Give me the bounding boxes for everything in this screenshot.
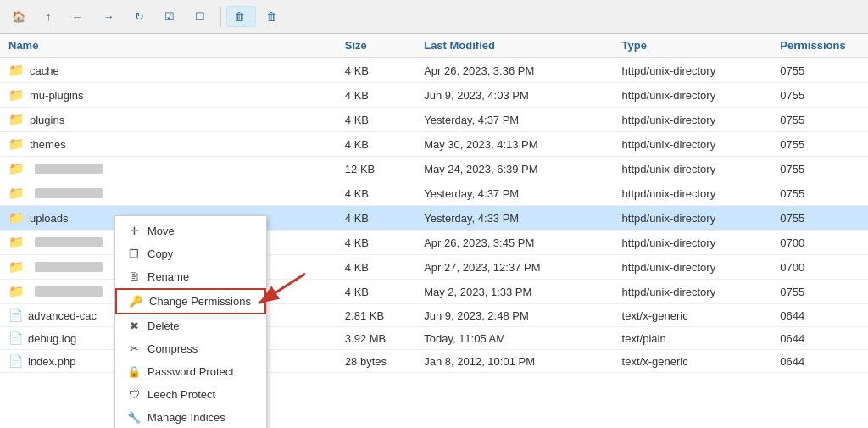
cell-modified: Yesterday, 4:33 PM [415, 206, 613, 231]
filename: plugins [30, 114, 64, 126]
cell-file_type: httpd/unix-directory [614, 181, 772, 206]
cell-file_type: httpd/unix-directory [614, 255, 772, 280]
cell-modified: Apr 27, 2023, 12:37 PM [415, 255, 613, 280]
cell-file_type: text/x-generic [614, 304, 772, 327]
delete-label: Delete [147, 320, 180, 332]
cell-modified: May 30, 2023, 4:13 PM [415, 132, 613, 157]
file-icon: 📄 [8, 331, 23, 345]
back-icon: ← [72, 10, 83, 23]
unselect-all-button[interactable]: ☐ [188, 7, 215, 26]
folder-icon: 📁 [8, 284, 25, 299]
cell-size: 4 KB [337, 280, 415, 304]
forward-icon: → [103, 10, 114, 23]
table-row[interactable]: 📁plugins4 KBYesterday, 4:37 PMhttpd/unix… [0, 108, 868, 132]
col-permissions[interactable]: Permissions [771, 34, 868, 58]
manage-indices-icon: 🔧 [127, 411, 141, 424]
cell-permissions: 0700 [771, 255, 868, 280]
table-row[interactable]: 📁mu-plugins4 KBJun 9, 2023, 4:03 PMhttpd… [0, 83, 868, 108]
move-icon: ✛ [127, 225, 141, 237]
blurred-filename [35, 188, 103, 198]
copy-label: Copy [147, 247, 173, 260]
cell-permissions: 0755 [771, 206, 868, 231]
filename: mu-plugins [30, 89, 84, 102]
filename: themes [30, 138, 66, 151]
col-name[interactable]: Name [0, 34, 337, 58]
file-name-cell: 📁plugins [0, 108, 337, 132]
folder-icon: 📁 [8, 186, 25, 201]
context-menu-item-change-permissions[interactable]: 🔑Change Permissions [115, 288, 266, 314]
cell-size: 4 KB [337, 181, 415, 206]
home-button[interactable]: 🏠 [5, 7, 36, 26]
toolbar: 🏠 ↑ ← → ↻ ☑ ☐ 🗑 [0, 0, 868, 34]
change-permissions-icon: 🔑 [129, 295, 142, 308]
select-all-button[interactable]: ☑ [158, 7, 185, 26]
folder-icon: 📁 [8, 161, 25, 176]
folder-icon: 📁 [8, 259, 25, 275]
unselect-all-icon: ☐ [195, 10, 205, 23]
file-name-cell: 📁mu-plugins [0, 83, 337, 108]
cell-modified: Yesterday, 4:37 PM [415, 108, 613, 132]
cell-size: 4 KB [337, 255, 415, 280]
col-size[interactable]: Size [337, 34, 415, 58]
context-menu-item-delete[interactable]: ✖Delete [115, 314, 266, 337]
cell-modified: Jan 8, 2012, 10:01 PM [415, 350, 613, 373]
cell-file_type: httpd/unix-directory [614, 280, 772, 304]
forward-button[interactable]: → [97, 7, 125, 26]
cell-permissions: 0755 [771, 157, 868, 181]
context-menu: ✛Move❐Copy🖹Rename🔑Change Permissions✖Del… [114, 215, 267, 428]
cell-size: 4 KB [337, 231, 415, 255]
empty-trash-icon: 🗑 [266, 10, 277, 23]
table-row[interactable]: 📁themes4 KBMay 30, 2023, 4:13 PMhttpd/un… [0, 132, 868, 157]
cell-permissions: 0755 [771, 83, 868, 108]
cell-permissions: 0700 [771, 231, 868, 255]
file-icon: 📄 [8, 308, 23, 322]
context-menu-item-move[interactable]: ✛Move [115, 220, 266, 242]
file-name-cell: 📁 [0, 157, 337, 181]
context-menu-item-copy[interactable]: ❐Copy [115, 242, 266, 265]
empty-trash-button[interactable]: 🗑 [259, 7, 287, 26]
reload-button[interactable]: ↻ [128, 7, 154, 26]
copy-icon: ❐ [127, 247, 141, 260]
table-row[interactable]: 📁4 KBYesterday, 4:37 PMhttpd/unix-direct… [0, 181, 868, 206]
folder-icon: 📁 [8, 63, 25, 78]
context-menu-item-leech-protect[interactable]: 🛡Leech Protect [115, 383, 266, 406]
cell-file_type: httpd/unix-directory [614, 58, 772, 83]
cell-modified: May 2, 2023, 1:33 PM [415, 280, 613, 304]
table-row[interactable]: 📁12 KBMay 24, 2023, 6:39 PMhttpd/unix-di… [0, 157, 868, 181]
view-trash-button[interactable]: 🗑 [226, 6, 256, 27]
cell-permissions: 0644 [771, 304, 868, 327]
cell-modified: Apr 26, 2023, 3:45 PM [415, 231, 613, 255]
manage-indices-label: Manage Indices [147, 411, 225, 424]
delete-icon: ✖ [127, 320, 141, 332]
blurred-filename [35, 164, 103, 174]
context-menu-item-password-protect[interactable]: 🔒Password Protect [115, 360, 266, 383]
cell-permissions: 0755 [771, 280, 868, 304]
context-menu-item-rename[interactable]: 🖹Rename [115, 265, 266, 288]
cell-modified: Today, 11:05 AM [415, 327, 613, 350]
blurred-filename [35, 262, 103, 272]
context-menu-item-manage-indices[interactable]: 🔧Manage Indices [115, 406, 266, 428]
cell-file_type: httpd/unix-directory [614, 231, 772, 255]
cell-permissions: 0755 [771, 108, 868, 132]
cell-file_type: httpd/unix-directory [614, 157, 772, 181]
rename-icon: 🖹 [127, 270, 141, 283]
context-menu-item-compress[interactable]: ✂Compress [115, 337, 266, 360]
cell-permissions: 0644 [771, 327, 868, 350]
up-one-level-button[interactable]: ↑ [39, 7, 62, 26]
rename-label: Rename [147, 270, 189, 283]
col-modified[interactable]: Last Modified [415, 34, 613, 58]
table-row[interactable]: 📁cache4 KBApr 26, 2023, 3:36 PMhttpd/uni… [0, 58, 868, 83]
trash-icon: 🗑 [234, 10, 245, 23]
move-label: Move [147, 225, 175, 237]
reload-icon: ↻ [135, 10, 144, 23]
cell-permissions: 0755 [771, 132, 868, 157]
back-button[interactable]: ← [65, 7, 93, 26]
cell-modified: Apr 26, 2023, 3:36 PM [415, 58, 613, 83]
file-name-cell: 📁themes [0, 132, 337, 157]
cell-file_type: httpd/unix-directory [614, 206, 772, 231]
filename: advanced-cac [28, 309, 97, 322]
cell-size: 12 KB [337, 157, 415, 181]
col-type[interactable]: Type [614, 34, 772, 58]
cell-size: 4 KB [337, 108, 415, 132]
folder-icon: 📁 [8, 235, 25, 250]
